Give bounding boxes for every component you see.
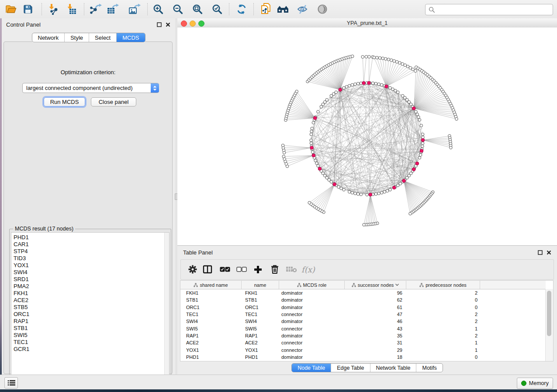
ring-node[interactable] [340, 187, 343, 190]
ring-node[interactable] [325, 98, 329, 101]
ring-node[interactable] [354, 192, 357, 195]
mcds-result-item[interactable]: STB5 [11, 304, 164, 311]
ring-node[interactable] [345, 86, 348, 89]
ring-node[interactable] [343, 86, 346, 89]
select-all-icon[interactable] [220, 264, 230, 275]
cell-name[interactable]: PHD1 [242, 354, 279, 360]
cell-mcds_role[interactable]: dominator [279, 354, 345, 360]
ring-node[interactable] [374, 193, 377, 196]
mcds-node[interactable] [369, 193, 372, 196]
cell-name[interactable]: ACE2 [242, 340, 279, 345]
cell-predecessor_nodes[interactable]: 0 [406, 297, 480, 303]
column-header-successor-nodes[interactable]: successor nodes [345, 281, 406, 289]
ring-node[interactable] [351, 83, 354, 86]
ring-node[interactable] [391, 88, 394, 91]
ring-node[interactable] [310, 139, 313, 142]
cell-name[interactable]: ORC1 [242, 305, 279, 310]
tab-style[interactable]: Style [64, 33, 89, 42]
mcds-result-item[interactable]: ACE2 [11, 297, 164, 304]
leaf-node[interactable] [384, 58, 387, 61]
mcds-result-item[interactable]: STB1 [11, 325, 164, 332]
ring-node[interactable] [314, 159, 317, 162]
ring-node[interactable] [377, 192, 381, 195]
cell-predecessor_nodes[interactable]: 2 [406, 312, 480, 317]
zoom-out-icon[interactable] [171, 3, 184, 16]
find-neighbors-icon[interactable] [277, 3, 290, 16]
leaf-node[interactable] [368, 55, 371, 58]
table-row[interactable]: ORC1ORC1dominator610 [180, 304, 546, 311]
tab-edge-table[interactable]: Edge Table [331, 364, 370, 372]
cell-mcds_role[interactable]: dominator [279, 290, 345, 296]
ring-node[interactable] [356, 82, 360, 85]
leaf-node[interactable] [393, 59, 396, 62]
criterion-dropdown[interactable]: largest connected component (undirected) [22, 83, 159, 93]
mcds-result-item[interactable]: PHD1 [11, 234, 164, 241]
ring-node[interactable] [421, 142, 424, 145]
cell-mcds_role[interactable]: dominator [279, 319, 345, 324]
table-row[interactable]: ACE2ACE2connector311 [180, 339, 546, 346]
cell-mcds_role[interactable]: dominator [279, 297, 345, 303]
table-row[interactable]: SWI5SWI5connector431 [180, 325, 546, 332]
ring-node[interactable] [351, 191, 354, 194]
ring-node[interactable] [366, 193, 369, 196]
mcds-node[interactable] [412, 107, 416, 110]
mcds-result-item[interactable]: PMA2 [11, 283, 164, 290]
cell-mcds_role[interactable]: connector [279, 347, 345, 353]
mcds-node[interactable] [362, 81, 366, 85]
leaf-node[interactable] [361, 55, 364, 58]
cell-successor_nodes[interactable]: 31 [345, 340, 406, 345]
ring-node[interactable] [311, 127, 314, 130]
ring-node[interactable] [311, 151, 314, 154]
cell-shared_name[interactable]: ACE2 [180, 340, 242, 345]
cell-shared_name[interactable]: RAP1 [180, 333, 242, 338]
ring-node[interactable] [417, 116, 420, 119]
network-graph[interactable] [177, 28, 557, 245]
mcds-result-item[interactable]: SWI4 [11, 269, 164, 276]
ring-node[interactable] [348, 190, 351, 193]
ring-node[interactable] [389, 86, 392, 89]
ring-node[interactable] [420, 124, 423, 127]
mcds-node[interactable] [310, 146, 314, 150]
mcds-result-item[interactable]: STP4 [11, 248, 164, 255]
ring-node[interactable] [386, 189, 389, 193]
cell-successor_nodes[interactable]: 43 [345, 326, 406, 331]
leaf-node[interactable] [401, 62, 404, 65]
leaf-node[interactable] [365, 55, 368, 58]
ring-node[interactable] [383, 190, 386, 193]
ring-node[interactable] [348, 84, 351, 87]
cell-predecessor_nodes[interactable]: 1 [406, 340, 480, 345]
cell-successor_nodes[interactable]: 35 [345, 333, 406, 338]
mcds-node[interactable] [312, 154, 315, 157]
mcds-node[interactable] [402, 179, 406, 182]
mcds-node[interactable] [412, 168, 415, 171]
deselect-all-icon[interactable] [236, 264, 247, 275]
leaf-node[interactable] [450, 146, 453, 149]
ring-node[interactable] [310, 133, 313, 136]
mcds-node[interactable] [339, 88, 342, 92]
cell-mcds_role[interactable]: dominator [279, 333, 345, 338]
ring-node[interactable] [380, 191, 383, 194]
ring-node[interactable] [371, 82, 374, 85]
leaf-node[interactable] [414, 69, 417, 72]
ring-node[interactable] [310, 130, 313, 133]
zoom-fit-icon[interactable] [191, 3, 204, 16]
cell-name[interactable]: RAP1 [242, 333, 279, 338]
mcds-result-item[interactable]: YOX1 [11, 262, 164, 269]
close-panel-button[interactable]: Close panel [91, 97, 136, 107]
delete-table-icon[interactable] [286, 264, 297, 275]
mcds-node[interactable] [385, 85, 388, 88]
cell-shared_name[interactable]: SWI4 [180, 319, 242, 324]
leaf-node[interactable] [376, 56, 379, 59]
function-builder-icon[interactable]: f(x) [301, 264, 315, 275]
cell-successor_nodes[interactable]: 29 [345, 347, 406, 353]
float-panel-icon[interactable] [156, 22, 162, 28]
tab-network[interactable]: Network [32, 33, 64, 42]
ring-node[interactable] [397, 91, 400, 94]
ring-node[interactable] [360, 193, 363, 196]
cell-name[interactable]: SWI4 [242, 319, 279, 324]
mcds-result-item[interactable]: RAP1 [11, 318, 164, 325]
task-history-button[interactable] [4, 377, 18, 389]
leaf-node[interactable] [281, 144, 284, 147]
mcds-node[interactable] [393, 186, 396, 189]
add-column-icon[interactable] [253, 264, 263, 275]
